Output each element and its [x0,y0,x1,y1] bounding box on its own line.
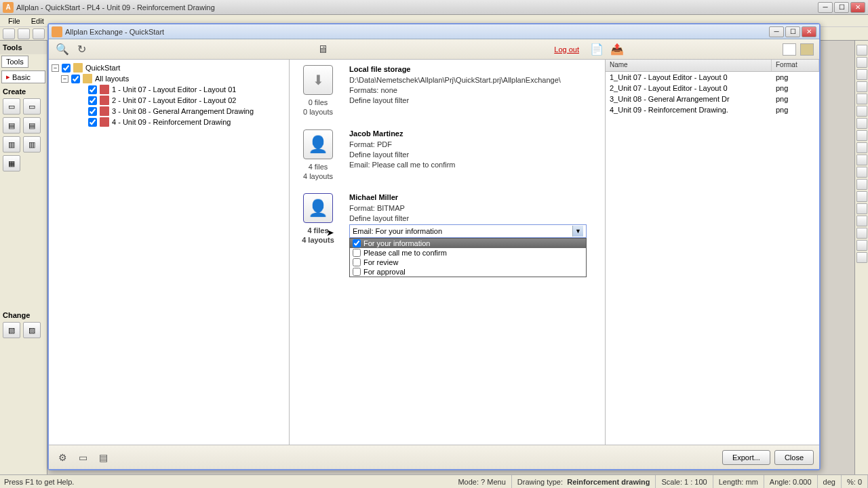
right-tool-icon[interactable] [856,179,867,190]
refresh-icon[interactable]: ↻ [73,41,90,58]
maximize-button[interactable]: ☐ [834,2,849,13]
right-tool-icon[interactable] [856,81,867,92]
right-tool-icon[interactable] [856,228,867,239]
tree-item-label: 3 - Unit 08 - General Arrangement Drawin… [112,107,254,115]
doc-icon [100,117,109,127]
exchange-toolbar: 🔍 ↻ 🖥 Log out 📄 📤 [49,39,819,60]
tool-icon[interactable]: ▦ [3,155,20,171]
gear-icon[interactable]: ⚙ [54,451,71,464]
tab-tools[interactable]: Tools [1,56,28,68]
right-tool-icon[interactable] [856,252,867,263]
export-icon[interactable]: 📤 [609,41,625,58]
tool-icon[interactable]: ▤ [23,117,41,134]
statusbar: Press F1 to get Help. Mode: ? Menu Drawi… [0,474,868,488]
tree-all-layouts[interactable]: − All layouts [52,73,286,84]
export-button[interactable]: Export... [722,450,770,465]
tree-checkbox[interactable] [62,64,71,73]
define-filter-link[interactable]: Define layout filter [349,150,597,159]
right-tool-icon[interactable] [856,57,867,68]
page-icon[interactable]: 📄 [589,41,605,58]
define-filter-link[interactable]: Define layout filter [349,214,597,222]
col-name-header[interactable]: Name [606,60,772,71]
minimize-button[interactable]: ─ [818,2,833,13]
file-row[interactable]: 3_Unit 08 - General Arrangement Dr png [606,94,819,104]
tool-icon[interactable]: ▤ [3,117,20,134]
menu-file[interactable]: File [3,17,26,25]
tree-item-label: 4 - Unit 09 - Reinforcement Drawing [112,118,231,126]
email-option[interactable]: For review [350,258,586,267]
email-option[interactable]: For approval [350,267,586,277]
right-tool-icon[interactable] [856,216,867,226]
tool-icon[interactable]: ▧ [3,322,20,338]
file-row[interactable]: 1_Unit 07 - Layout Editor - Layout 0 png [606,72,819,83]
view-toggle-2[interactable] [800,43,814,56]
option-label: For review [363,258,398,266]
tree-item[interactable]: 2 - Unit 07 - Layout Editor - Layout 02 [52,95,286,106]
page-icon[interactable]: ▭ [75,451,91,464]
tree-item[interactable]: 4 - Unit 09 - Reinforcement Drawing [52,117,286,127]
email-option[interactable]: Please call me to confirm [350,248,586,258]
tree-root[interactable]: − QuickStart [52,62,286,73]
file-row[interactable]: 4_Unit 09 - Reinforcement Drawing. png [606,104,819,115]
option-checkbox[interactable] [353,258,361,266]
menu-edit[interactable]: Edit [26,17,50,25]
tab-basic[interactable]: ▸Basic [1,70,45,83]
tree-checkbox[interactable] [88,85,97,94]
tool-icon[interactable]: ▥ [23,136,41,152]
right-tool-icon[interactable] [856,142,867,153]
right-tool-icon[interactable] [856,191,867,202]
tree-checkbox[interactable] [88,107,97,116]
toolbar-button[interactable] [3,28,15,39]
tree-checkbox[interactable] [88,118,97,127]
search-icon[interactable]: 🔍 [54,41,71,58]
view-toggle-1[interactable] [783,43,796,56]
email-option-selected[interactable]: For your information [350,239,586,248]
files-count: 4 files [303,162,333,171]
option-checkbox[interactable] [353,268,361,276]
logout-link[interactable]: Log out [554,45,579,54]
collapse-icon[interactable]: − [61,75,68,83]
right-tool-icon[interactable] [856,94,867,104]
exchange-minimize-button[interactable]: ─ [769,26,784,37]
send-icon[interactable]: ▤ [95,451,111,464]
tool-icon[interactable]: ▭ [23,98,41,115]
right-tool-icon[interactable] [856,106,867,117]
tool-icon[interactable]: ▭ [3,98,20,115]
tree-item[interactable]: 3 - Unit 08 - General Arrangement Drawin… [52,106,286,117]
collapse-icon[interactable]: − [52,64,59,72]
right-tool-icon[interactable] [856,240,867,251]
col-format-header[interactable]: Format [772,60,819,71]
define-filter-link[interactable]: Define layout filter [349,96,597,104]
recipient-person-selected[interactable]: 👤 4 files 4 layouts Michael Miller Forma… [298,193,597,245]
right-tool-icon[interactable] [856,118,867,129]
right-tool-icon[interactable] [856,45,867,56]
status-angle[interactable]: Angle: 0.000 [764,475,818,488]
tool-icon[interactable]: ▥ [3,136,20,152]
right-tool-icon[interactable] [856,167,867,178]
file-row[interactable]: 2_Unit 07 - Layout Editor - Layout 0 png [606,83,819,94]
tree-checkbox[interactable] [71,75,80,83]
recipient-person[interactable]: 👤 4 files 4 layouts Jacob Martinez Forma… [298,129,597,182]
right-tool-icon[interactable] [856,203,867,214]
monitor-icon[interactable]: 🖥 [315,41,331,58]
toolbar-button[interactable] [33,28,45,39]
status-length[interactable]: Length: mm [713,475,764,488]
exchange-maximize-button[interactable]: ☐ [785,26,800,37]
tree-item[interactable]: 1 - Unit 07 - Layout Editor - Layout 01 [52,84,286,95]
tool-icon[interactable]: ▨ [23,322,41,338]
option-checkbox[interactable] [353,239,361,247]
exchange-close-button[interactable]: ✕ [802,26,816,37]
status-scale[interactable]: Scale: 1 : 100 [656,475,713,488]
close-button[interactable]: ✕ [850,2,865,13]
email-select[interactable]: Email: For your information ▼ [349,224,587,238]
toolbar-button[interactable] [18,28,30,39]
close-button[interactable]: Close [774,450,814,465]
recipient-local-storage[interactable]: ⬇ 0 files 0 layouts Local file storage D… [298,65,597,117]
option-checkbox[interactable] [353,249,361,257]
right-tool-icon[interactable] [856,155,867,165]
email-combo[interactable]: Email: For your information ▼ For your i… [349,224,587,238]
right-tool-icon[interactable] [856,69,867,80]
dropdown-arrow-icon[interactable]: ▼ [572,226,583,237]
tree-checkbox[interactable] [88,96,97,105]
right-tool-icon[interactable] [856,130,867,141]
